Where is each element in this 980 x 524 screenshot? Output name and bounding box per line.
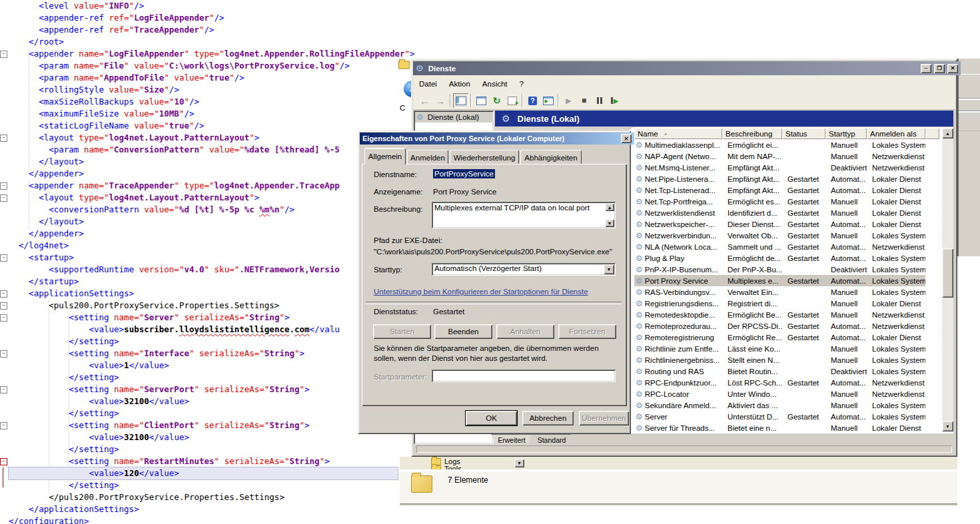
fold-toggle[interactable]: − bbox=[0, 458, 7, 465]
code-folding-margin[interactable]: −−−−−−−−−−−− bbox=[0, 0, 8, 524]
fold-toggle[interactable]: − bbox=[0, 51, 7, 58]
export-list-button[interactable]: ▸ bbox=[504, 93, 520, 108]
startparameter-input[interactable] bbox=[432, 370, 616, 382]
help-button[interactable]: ? bbox=[525, 93, 540, 108]
menu-item-ansicht[interactable]: Ansicht bbox=[476, 79, 514, 89]
table-row[interactable]: ⚙Routing und RASBietet Routin...Deaktivi… bbox=[634, 366, 925, 377]
stop-service-button[interactable]: ■ bbox=[576, 93, 592, 108]
table-row[interactable]: ⚙Net.Msmq-Listener...Empfängt Akt...Deak… bbox=[634, 162, 925, 173]
tab-wiederherstellung[interactable]: Wiederherstellung bbox=[450, 150, 519, 164]
table-row[interactable]: ⚙ServerUnterstützt D...GestartetAutomat.… bbox=[634, 411, 925, 422]
tab-allgemein[interactable]: Allgemein bbox=[364, 148, 406, 164]
close-button[interactable]: ✕ bbox=[947, 64, 958, 73]
table-row[interactable]: ⚙Remoteprozedurau...Der RPCSS-Di...Gesta… bbox=[634, 320, 925, 332]
tab-abhngigkeiten[interactable]: Abhängigkeiten bbox=[520, 150, 582, 164]
table-row[interactable]: ⚙Netzwerkspeicher-...Dieser Dienst...Ges… bbox=[634, 218, 925, 230]
fold-toggle[interactable]: − bbox=[0, 422, 7, 429]
refresh-button[interactable]: ↻ bbox=[489, 93, 504, 108]
table-row[interactable]: ⚙Netzwerkverbindun...Verwaltet Ob...Gest… bbox=[634, 230, 925, 241]
table-row[interactable]: ⚙Registrierungsdiens...Registriert di...… bbox=[634, 298, 925, 309]
fold-toggle[interactable]: − bbox=[0, 350, 7, 358]
startup-help-link[interactable]: Unterstützung beim Konfigurieren der Sta… bbox=[374, 288, 588, 296]
menu-item-[interactable]: ? bbox=[514, 79, 530, 89]
xml-editor[interactable]: −−−−−−−−−−−− <level value="INFO"/> <appe… bbox=[0, 0, 411, 524]
column-header-status[interactable]: Status bbox=[782, 128, 825, 139]
table-row[interactable]: ⚙Net.Pipe-Listenera...Empfängt Akt...Ges… bbox=[634, 173, 925, 184]
view-tab-erweitert[interactable]: Erweitert bbox=[491, 434, 532, 445]
table-row[interactable]: ⚙RPC-LocatorUnter Windo...ManuellNetzwer… bbox=[634, 388, 925, 399]
table-row[interactable]: ⚙NAP-Agent (Netwo...Mit dem NAP-...Manue… bbox=[634, 150, 925, 162]
dienstname-value[interactable]: PortProxyService bbox=[433, 169, 495, 178]
services-scrollbar[interactable]: ▲ ▼ bbox=[942, 128, 953, 431]
services-titlebar[interactable]: ⚙ Dienste ─ ❒ ✕ bbox=[413, 61, 961, 75]
tree-item-dienste-lokal[interactable]: ⚙ Dienste (Lokal) bbox=[415, 112, 492, 123]
fold-toggle[interactable]: − bbox=[0, 290, 7, 298]
column-header-beschreibung[interactable]: Beschreibung bbox=[722, 128, 782, 139]
services-list[interactable]: ⚙Multimediaklassenpl...Ermöglicht ei...M… bbox=[634, 139, 925, 433]
table-row[interactable]: ⚙RemoteregistrierungErmöglicht Re...Gest… bbox=[634, 332, 925, 343]
scrollbar-thumb[interactable] bbox=[942, 248, 953, 298]
menu-item-datei[interactable]: Datei bbox=[413, 79, 443, 89]
scroll-up-button[interactable]: ▲ bbox=[605, 203, 614, 211]
table-row[interactable]: ⚙NLA (Network Loca...Sammelt und ...Gest… bbox=[634, 241, 925, 252]
fold-toggle[interactable]: − bbox=[0, 386, 7, 393]
table-row[interactable]: ⚙Net.Tcp-Portfreiga...Ermöglicht es...Ge… bbox=[634, 196, 925, 207]
table-row[interactable]: ⚙Richtlinienergebniss...Stellt einen N..… bbox=[634, 354, 925, 366]
minimize-button[interactable]: ─ bbox=[921, 64, 931, 73]
uebernehmen-button[interactable]: Übernehmen bbox=[579, 411, 629, 425]
fortsetzen-button[interactable]: Fortsetzen bbox=[558, 324, 616, 339]
anhalten-button[interactable]: Anhalten bbox=[496, 324, 554, 339]
extended-view-button[interactable]: ▶ bbox=[540, 93, 556, 108]
fold-toggle[interactable]: − bbox=[0, 254, 7, 262]
view-tabs[interactable]: ErweitertStandard bbox=[491, 434, 571, 445]
forward-button[interactable]: → bbox=[432, 93, 448, 108]
pause-service-button[interactable] bbox=[592, 93, 607, 108]
starten-button[interactable]: Starten bbox=[373, 324, 431, 339]
table-row[interactable]: ⚙Server für Threads...Bietet eine n...Ma… bbox=[634, 422, 925, 433]
view-tab-standard[interactable]: Standard bbox=[532, 434, 571, 445]
menubar[interactable]: DateiAktionAnsicht? bbox=[413, 75, 955, 93]
properties-button[interactable] bbox=[474, 93, 489, 108]
services-list-header[interactable]: Name ▲BeschreibungStatusStarttypAnmelden… bbox=[634, 128, 939, 139]
table-row[interactable]: ⚙Multimediaklassenpl...Ermöglicht ei...M… bbox=[634, 139, 925, 150]
table-row[interactable]: ⚙Remotedesktopdie...Ermöglicht Be...Gest… bbox=[634, 309, 925, 320]
menu-item-aktion[interactable]: Aktion bbox=[443, 79, 476, 89]
scroll-up-button[interactable]: ▲ bbox=[942, 128, 953, 138]
table-row[interactable]: ⚙Richtlinie zum Entfe...Lässt eine Ko...… bbox=[634, 343, 925, 354]
code-area[interactable]: <level value="INFO"/> <appender-ref ref=… bbox=[9, 0, 415, 524]
ok-button[interactable]: OK bbox=[466, 411, 517, 425]
table-row[interactable]: ⚙PnP-X-IP-Busenum...Der PnP-X-Bu...Deakt… bbox=[634, 264, 925, 275]
dialog-titlebar[interactable]: Eigenschaften von Port Proxy Service (Lo… bbox=[360, 132, 634, 144]
scroll-down-button[interactable]: ▼ bbox=[605, 219, 614, 227]
table-row[interactable]: ⚙Net.Tcp-Listenerad...Empfängt Akt...Ges… bbox=[634, 184, 925, 196]
fold-toggle[interactable]: − bbox=[0, 194, 7, 202]
combobox-dropdown-button[interactable]: ▼ bbox=[604, 264, 614, 274]
table-row[interactable]: ⚙Port Proxy ServiceMultiplexes e...Gesta… bbox=[634, 275, 925, 286]
maximize-button[interactable]: ❒ bbox=[934, 64, 945, 73]
fold-toggle[interactable]: − bbox=[0, 302, 7, 310]
beschreibung-textarea[interactable]: Multiplexes external TCP/IP data on loca… bbox=[432, 202, 616, 228]
fold-toggle[interactable]: − bbox=[0, 314, 7, 322]
dialog-close-button[interactable]: ✕ bbox=[621, 134, 632, 143]
table-row[interactable]: ⚙Plug & PlayErmöglicht de...GestartetAut… bbox=[634, 252, 925, 264]
table-row[interactable]: ⚙NetzwerklistendienstIdentifiziert d...G… bbox=[634, 207, 925, 218]
tab-anmelden[interactable]: Anmelden bbox=[407, 150, 448, 164]
restart-service-button[interactable]: ▶ bbox=[607, 93, 622, 108]
abbrechen-button[interactable]: Abbrechen bbox=[522, 411, 574, 425]
table-row[interactable]: ⚙RPC-Endpunktzuor...Löst RPC-Sch...Gesta… bbox=[634, 377, 925, 388]
toolbar[interactable]: ← → ↻ ▸ ? ▶ ▶ ■ ▶ bbox=[413, 92, 955, 110]
fold-toggle[interactable]: − bbox=[0, 182, 7, 190]
dropdown-button[interactable]: ▼ bbox=[514, 459, 524, 467]
scroll-down-button[interactable]: ▼ bbox=[942, 421, 953, 431]
start-service-button[interactable]: ▶ bbox=[561, 93, 576, 108]
beenden-button[interactable]: Beenden bbox=[434, 324, 492, 339]
table-row[interactable]: ⚙Sekundäre Anmeld...Aktiviert das ...Man… bbox=[634, 399, 925, 411]
back-button[interactable]: ← bbox=[417, 93, 432, 108]
show-console-tree-button[interactable] bbox=[453, 93, 468, 108]
column-header-name[interactable]: Name ▲ bbox=[634, 128, 722, 139]
starttyp-combobox[interactable]: Automatisch (Verzögerter Start) ▼ bbox=[432, 263, 616, 276]
column-header-anmeldenals[interactable]: Anmelden als bbox=[867, 128, 925, 139]
fold-toggle[interactable]: − bbox=[0, 134, 7, 142]
column-header-starttyp[interactable]: Starttyp bbox=[825, 128, 867, 139]
table-row[interactable]: ⚙RAS-Verbindungsv...Verwaltet Ein...Manu… bbox=[634, 286, 925, 298]
